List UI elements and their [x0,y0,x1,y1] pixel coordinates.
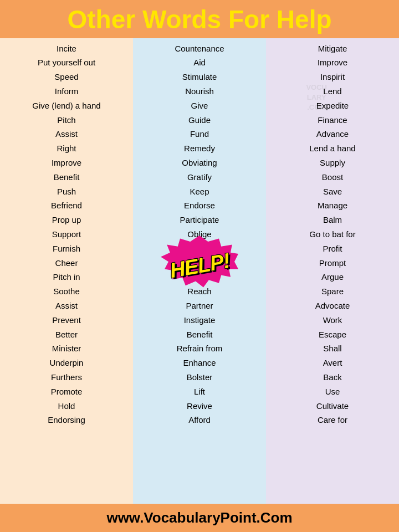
list-item: Pitch [57,113,75,127]
list-item: Pitch in [53,270,80,284]
list-item: Boost [322,170,343,185]
list-item: Reach [187,284,211,299]
list-item: Keep [190,185,209,199]
list-item: Underpin [50,356,84,370]
footer-url: www.VocabularyPoint.Com [0,509,399,526]
list-item: Remedy [184,141,215,156]
list-item: Prevent [52,313,81,328]
list-item: Work [323,313,342,328]
list-item: Spare [321,284,344,299]
list-item: Care for [318,413,347,427]
list-item: Supply [320,156,345,170]
list-item: Gratify [187,170,212,185]
list-item: Furthers [51,370,82,385]
list-item: Push [57,185,76,199]
list-item: Assist [55,127,78,141]
list-item: Give [191,99,208,113]
list-item: Prompt [319,256,346,270]
list-item: Speed [54,70,78,84]
list-item: Avert [323,356,342,370]
list-item: Profit [323,242,342,256]
title-yellow: Help [277,5,332,34]
column-left: IncitePut yourself outSpeedInformGive (l… [0,38,133,504]
list-item: Shall [323,341,341,356]
list-item: Endorse [184,198,215,213]
column-right: MitigateImproveInspiritLendExpediteFinan… [266,38,399,504]
list-item: Participate [180,213,219,227]
column-mid: CountenanceAidStimulateNourishGiveGuideF… [133,38,266,504]
list-item: Manage [318,198,347,213]
list-item: Hint [192,242,207,256]
list-item: Furnish [53,242,80,256]
list-item: Instigate [184,313,216,328]
list-item: Support [52,227,81,242]
list-item: Finance [318,113,347,127]
list-item: Cultivate [316,399,349,413]
list-item: Put yourself out [38,55,95,70]
list-item: Mitigate [318,42,347,56]
list-item: Partner [186,299,213,313]
list-item: Escape [319,328,346,342]
list-item: Eschew [185,270,214,284]
list-item: Promote [51,385,83,399]
list-item: Advance [316,127,349,141]
list-item: Stimulate [182,70,217,84]
list-item: Oblige [187,227,211,242]
list-item: Improve [318,55,347,70]
list-item: Soothe [53,284,80,299]
page-footer: www.VocabularyPoint.Com [0,504,399,532]
list-item: Hold [58,399,75,413]
content-area: IncitePut yourself outSpeedInformGive (l… [0,38,399,504]
list-item: Incite [57,42,76,56]
list-item: Cheer [55,256,78,270]
title-black: Other Words For [67,5,276,34]
list-item: Revive [187,399,212,413]
list-item: Back [323,370,341,385]
list-item: Obviating [182,156,217,170]
list-item: Minister [52,341,81,356]
watermark: VOCULARY.COM [306,83,327,113]
list-item: Nourish [185,84,214,99]
page-header: Other Words For Help [0,0,399,38]
list-item: Balm [323,213,342,227]
list-item: Bolster [187,370,213,385]
list-item: Countenance [175,42,224,56]
list-item: Aid [193,55,206,70]
list-item: Improve [52,156,81,170]
list-item: Make easy [180,256,220,270]
list-item: Benefit [187,328,213,342]
list-item: Save [323,185,342,199]
list-item: Right [57,141,76,156]
list-item: Advocate [315,299,350,313]
list-item: Inform [55,84,79,99]
list-item: Refrain from [177,341,223,356]
list-item: Afford [188,413,211,427]
list-item: Fund [190,127,209,141]
list-item: Prop up [52,213,81,227]
list-item: Give (lend) a hand [32,99,100,113]
list-item: Lend a hand [309,141,355,156]
list-item: Go to bat for [309,227,355,242]
list-item: Befriend [51,198,82,213]
list-item: Endorsing [48,413,85,427]
list-item: Better [55,328,78,342]
list-item: Guide [188,113,211,127]
list-item: Lift [194,385,205,399]
list-item: Enhance [183,356,216,370]
list-item: Assist [55,299,78,313]
watermark-text: VOCULARY.COM [306,83,327,113]
list-item: Argue [321,270,344,284]
list-item: Benefit [54,170,80,185]
list-item: Use [325,385,340,399]
